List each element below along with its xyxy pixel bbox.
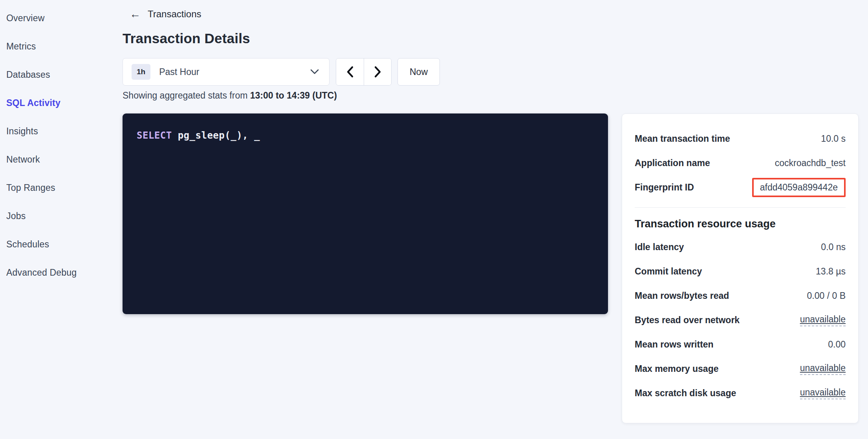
sidebar-item-schedules[interactable]: Schedules bbox=[0, 230, 118, 258]
max-memory-usage-row: Max memory usage unavailable bbox=[635, 357, 846, 381]
unavailable-tooltip-value[interactable]: unavailable bbox=[800, 314, 846, 326]
previous-interval-button[interactable] bbox=[336, 59, 364, 85]
chevron-left-icon bbox=[346, 66, 353, 78]
chevron-down-icon bbox=[310, 69, 319, 75]
row-label: Bytes read over network bbox=[635, 315, 740, 326]
unavailable-tooltip-value[interactable]: unavailable bbox=[800, 387, 846, 399]
sidebar-item-metrics[interactable]: Metrics bbox=[0, 32, 118, 60]
sidebar-item-databases[interactable]: Databases bbox=[0, 60, 118, 89]
row-label: Mean rows written bbox=[635, 339, 714, 350]
sidebar: Overview Metrics Databases SQL Activity … bbox=[0, 0, 118, 287]
mean-transaction-time-row: Mean transaction time 10.0 s bbox=[635, 126, 846, 151]
bytes-read-over-network-row: Bytes read over network unavailable bbox=[635, 308, 846, 332]
row-label: Max scratch disk usage bbox=[635, 388, 736, 399]
sql-statement-text: SELECT pg_sleep(_), _ bbox=[137, 130, 594, 141]
row-value: 0.0 ns bbox=[821, 242, 846, 252]
row-label: Mean rows/bytes read bbox=[635, 291, 729, 301]
time-range-dropdown[interactable]: 1h Past Hour bbox=[123, 58, 330, 86]
aggregated-stats-window: 13:00 to 14:39 (UTC) bbox=[250, 90, 337, 101]
idle-latency-row: Idle latency 0.0 ns bbox=[635, 235, 846, 259]
back-to-transactions-link[interactable]: Transactions bbox=[148, 9, 201, 20]
sql-body: pg_sleep(_), _ bbox=[172, 130, 260, 141]
time-controls: 1h Past Hour Now bbox=[123, 58, 440, 86]
row-value: cockroachdb_test bbox=[775, 158, 846, 168]
chevron-right-icon bbox=[374, 66, 381, 78]
row-value: 13.8 µs bbox=[816, 266, 846, 277]
mean-rows-bytes-read-row: Mean rows/bytes read 0.00 / 0 B bbox=[635, 284, 846, 308]
aggregated-stats-range: Showing aggregated stats from 13:00 to 1… bbox=[123, 90, 337, 101]
row-label: Application name bbox=[635, 158, 710, 168]
row-value: 10.0 s bbox=[821, 134, 846, 144]
max-scratch-disk-usage-row: Max scratch disk usage unavailable bbox=[635, 381, 846, 405]
sidebar-item-insights[interactable]: Insights bbox=[0, 117, 118, 145]
sql-statement-box: SELECT pg_sleep(_), _ bbox=[123, 113, 608, 314]
page-title: Transaction Details bbox=[123, 31, 250, 46]
now-button[interactable]: Now bbox=[397, 58, 440, 86]
row-label: Commit latency bbox=[635, 266, 702, 277]
sidebar-item-top-ranges[interactable]: Top Ranges bbox=[0, 174, 118, 202]
row-label: Fingerprint ID bbox=[635, 182, 694, 193]
sql-keyword: SELECT bbox=[137, 130, 172, 141]
application-name-row: Application name cockroachdb_test bbox=[635, 151, 846, 175]
card-divider bbox=[635, 207, 846, 208]
fingerprint-id-row: Fingerprint ID afdd4059a899442e bbox=[635, 175, 846, 199]
row-label: Max memory usage bbox=[635, 364, 718, 374]
fingerprint-id-highlight: afdd4059a899442e bbox=[752, 178, 846, 197]
transaction-details-page: Overview Metrics Databases SQL Activity … bbox=[0, 0, 868, 439]
back-arrow-icon[interactable]: ← bbox=[130, 9, 141, 20]
commit-latency-row: Commit latency 13.8 µs bbox=[635, 259, 846, 284]
row-value: 0.00 bbox=[828, 339, 846, 350]
row-label: Idle latency bbox=[635, 242, 684, 252]
resource-usage-heading: Transaction resource usage bbox=[635, 218, 846, 230]
aggregated-stats-prefix: Showing aggregated stats from bbox=[123, 90, 250, 101]
sidebar-item-advanced-debug[interactable]: Advanced Debug bbox=[0, 258, 118, 287]
time-nav-buttons bbox=[336, 58, 392, 86]
transaction-details-card: Mean transaction time 10.0 s Application… bbox=[622, 113, 859, 423]
breadcrumb: ← Transactions bbox=[130, 9, 201, 20]
unavailable-tooltip-value[interactable]: unavailable bbox=[800, 363, 846, 375]
sidebar-item-sql-activity[interactable]: SQL Activity bbox=[0, 89, 118, 117]
sidebar-item-overview[interactable]: Overview bbox=[0, 4, 118, 32]
time-range-badge: 1h bbox=[132, 64, 150, 80]
mean-rows-written-row: Mean rows written 0.00 bbox=[635, 332, 846, 357]
sidebar-item-network[interactable]: Network bbox=[0, 145, 118, 174]
row-label: Mean transaction time bbox=[635, 134, 730, 144]
sidebar-item-jobs[interactable]: Jobs bbox=[0, 202, 118, 230]
row-value: 0.00 / 0 B bbox=[807, 291, 846, 301]
next-interval-button[interactable] bbox=[364, 59, 391, 85]
time-range-selected-label: Past Hour bbox=[159, 67, 310, 77]
